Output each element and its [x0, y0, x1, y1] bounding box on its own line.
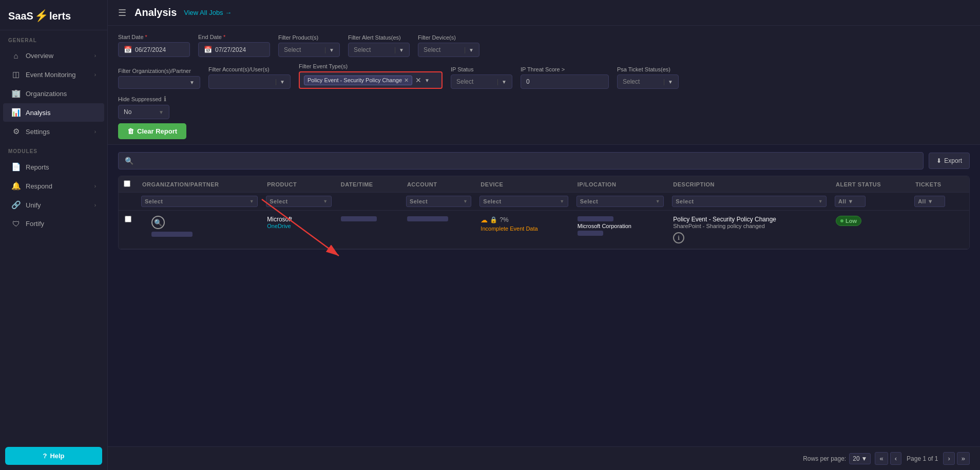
respond-icon: 🔔: [11, 181, 21, 191]
clear-report-button[interactable]: 🗑 Clear Report: [118, 123, 186, 139]
main-content: ☰ Analysis View All Jobs → Start Date * …: [108, 0, 980, 470]
col-org-header: ORGANIZATION/PARTNER: [137, 176, 262, 193]
filter-psa-ticket-select[interactable]: Select | ▼: [617, 74, 679, 89]
filter-alert-status-select[interactable]: Select | ▼: [348, 43, 410, 57]
filter-products-select[interactable]: Select | ▼: [278, 43, 340, 57]
hide-suppressed-select[interactable]: No ▼: [118, 105, 169, 119]
account-filter-select[interactable]: Select ▼: [406, 196, 471, 207]
device-filter-text: Select: [483, 198, 558, 204]
rows-per-page-select[interactable]: 20 ▼: [849, 453, 871, 464]
row-checkbox-cell: [119, 211, 137, 249]
chevron-icon-4: ›: [94, 183, 96, 189]
desc-sub: SharePoint - Sharing policy changed: [673, 223, 825, 229]
filter-alert-status-group: Filter Alert Status(es) Select | ▼: [348, 34, 410, 57]
sep-3: |: [464, 46, 466, 53]
col-product-header: PRODUCT: [262, 176, 335, 193]
col-ip-header: IP/LOCATION: [572, 176, 668, 193]
export-button[interactable]: ⬇ Export: [929, 153, 970, 169]
sidebar-modules-label: MODULES: [0, 141, 107, 157]
filter-account-group: Filter Account(s)/User(s) | ▼: [208, 66, 291, 89]
view-all-jobs-link[interactable]: View All Jobs →: [184, 9, 232, 16]
alert-filter-select[interactable]: All ▼: [835, 196, 866, 207]
desc-info-icon[interactable]: ℹ: [673, 232, 684, 243]
filter-product-cell: Select ▼: [262, 193, 335, 211]
logo-icon: ⚡: [34, 9, 48, 23]
row-checkbox[interactable]: [125, 216, 131, 222]
filter-checkbox-cell: [119, 193, 137, 211]
filter-psa-ticket-label: Psa Ticket Status(es): [617, 66, 679, 72]
content-area: 🔍 ⬇ Export ORGANIZATION/PARTNER PRODUCT: [108, 145, 980, 446]
sidebar-item-respond[interactable]: 🔔 Respond ›: [3, 177, 104, 195]
first-page-button[interactable]: «: [875, 452, 888, 465]
ip-filter-select[interactable]: Select ▼: [577, 196, 664, 207]
dropdown-arrow-psa: ▼: [668, 79, 673, 85]
filter-event-type-box[interactable]: Policy Event - Security Policy Change ✕ …: [299, 71, 443, 89]
row-device-cell: ☁ 🔒 ?% Incomplete Event Data: [475, 211, 572, 249]
col-device-header: DEVICE: [475, 176, 572, 193]
filter-ip-status-group: IP Status Select | ▼: [451, 66, 512, 89]
dropdown-arrow-ip: ▼: [502, 79, 507, 85]
chevron-icon-3: ›: [94, 129, 96, 135]
sidebar-item-reports[interactable]: 📄 Reports: [3, 158, 104, 176]
org-filter-arrow: ▼: [249, 199, 254, 204]
select-all-checkbox[interactable]: [124, 180, 130, 187]
filter-ip-status-select[interactable]: Select | ▼: [451, 74, 512, 89]
search-bar[interactable]: 🔍: [118, 152, 924, 170]
sidebar-item-organizations-label: Organizations: [26, 90, 67, 98]
filters-area: Start Date * 📅 06/27/2024 End Date * 📅 0…: [108, 26, 980, 145]
dropdown-arrow-account: ▼: [280, 79, 285, 85]
start-date-value: 06/27/2024: [135, 46, 166, 53]
filter-datetime-cell: [336, 193, 402, 211]
row-alert-cell: Low: [831, 211, 910, 249]
search-icon: 🔍: [125, 157, 133, 165]
event-type-tag-close[interactable]: ✕: [404, 77, 409, 84]
prev-page-button[interactable]: ‹: [890, 452, 901, 465]
device-filter-select[interactable]: Select ▼: [479, 196, 568, 207]
filter-account-select[interactable]: | ▼: [208, 74, 291, 89]
event-type-tag: Policy Event - Security Policy Change ✕: [304, 76, 412, 85]
sidebar-item-overview[interactable]: ⌂ Overview ›: [3, 47, 104, 65]
sidebar-item-settings[interactable]: ⚙ Settings ›: [3, 122, 104, 141]
ip-threat-input[interactable]: [521, 74, 609, 89]
start-date-group: Start Date * 📅 06/27/2024: [118, 34, 190, 57]
next-page-button[interactable]: ›: [943, 452, 954, 465]
ip-text-blur-2: [578, 231, 603, 236]
product-filter-select[interactable]: Select ▼: [266, 196, 331, 207]
filter-org-label: Filter Organization(s)/Partner: [118, 68, 200, 74]
magnify-circle-icon: 🔍: [151, 216, 165, 229]
sidebar-item-unify-label: Unify: [26, 201, 41, 209]
row-org-cell: 🔍: [137, 211, 262, 249]
tickets-filter-select[interactable]: All ▼: [914, 196, 945, 207]
start-date-input[interactable]: 📅 06/27/2024: [118, 42, 190, 57]
filter-devices-select[interactable]: Select | ▼: [418, 43, 479, 57]
col-account-header: ACCOUNT: [402, 176, 475, 193]
last-page-button[interactable]: »: [957, 452, 970, 465]
product-filter-text: Select: [270, 198, 321, 204]
sidebar-item-unify[interactable]: 🔗 Unify ›: [3, 196, 104, 214]
sidebar-item-fortify[interactable]: 🛡 Fortify: [3, 215, 104, 233]
filter-account-cell: Select ▼: [402, 193, 475, 211]
badge-label: Low: [846, 218, 857, 224]
product-sub: OneDrive: [267, 223, 330, 229]
help-button[interactable]: ? Help: [5, 447, 102, 465]
sidebar-item-analysis[interactable]: 📊 Analysis: [3, 103, 104, 122]
hide-suppressed-group: Hide Suppressed ℹ No ▼: [118, 95, 169, 119]
end-date-input[interactable]: 📅 07/27/2024: [198, 42, 270, 57]
sep-1: |: [324, 46, 326, 53]
event-type-clear-btn[interactable]: ✕: [415, 76, 421, 84]
logo-alerts-text: lerts: [49, 10, 71, 22]
sidebar-item-organizations[interactable]: 🏢 Organizations: [3, 84, 104, 103]
required-star: *: [145, 34, 147, 40]
end-date-label: End Date *: [198, 34, 270, 40]
sidebar-toggle-button[interactable]: ☰: [118, 7, 126, 18]
sidebar-item-event-monitoring[interactable]: ◫ Event Monitoring ›: [3, 65, 104, 84]
filter-org-select[interactable]: ▼: [118, 76, 200, 89]
ip-blur-2: [578, 229, 663, 237]
dropdown-arrow-3: ▼: [469, 47, 474, 53]
col-desc-header: DESCRIPTION: [668, 176, 831, 193]
desc-filter-select[interactable]: Select ▼: [672, 196, 827, 207]
filter-alert-status-placeholder: Select: [354, 46, 391, 53]
sidebar-footer: ? Help: [0, 442, 107, 470]
event-type-dropdown-arrow[interactable]: ▼: [425, 78, 430, 83]
org-filter-select[interactable]: Select ▼: [141, 196, 258, 207]
